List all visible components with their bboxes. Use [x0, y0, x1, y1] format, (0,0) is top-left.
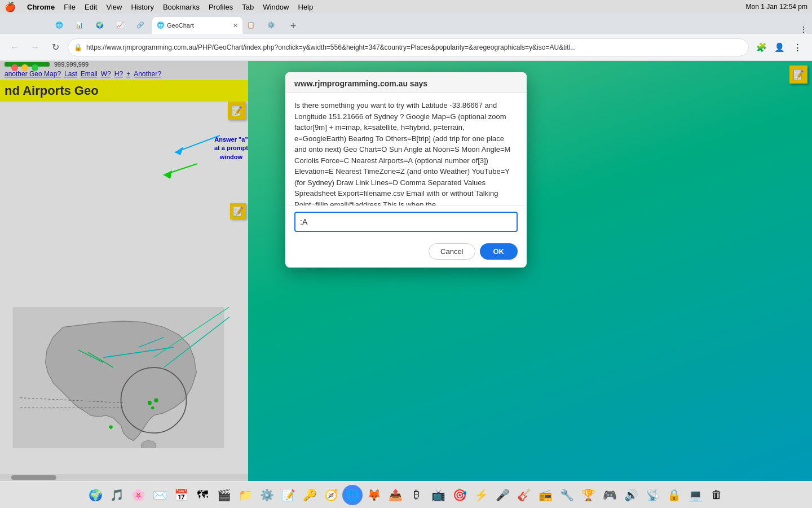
dock-trash[interactable]: 🗑: [707, 485, 727, 505]
tab-4[interactable]: 📈: [112, 17, 132, 34]
address-bar: ← → ↻ 🔒 https://www.rjmprogramming.com.a…: [0, 34, 812, 61]
tab-8[interactable]: ⚙️: [263, 17, 283, 34]
tabs-area: 🌐 📊 🌍 📈 🔗 🌐 GeoChart ✕ 📋 ⚙️ +: [0, 14, 795, 34]
address-bar-input[interactable]: 🔒 https://www.rjmprogramming.com.au/PHP/…: [68, 38, 749, 56]
extensions-icon[interactable]: 🧩: [753, 40, 769, 55]
tab-menu-button[interactable]: ⋮: [800, 25, 807, 34]
prompt-dialog: www.rjmprogramming.com.au says Is there …: [285, 72, 527, 268]
menu-bookmarks[interactable]: Bookmarks: [163, 3, 200, 11]
dock-btc[interactable]: ₿: [407, 485, 427, 505]
dock-chrome[interactable]: 🌐: [342, 485, 363, 505]
dock-filezilla[interactable]: 📤: [385, 485, 405, 505]
dialog-footer: Cancel OK: [285, 238, 527, 268]
dialog-header: www.rjmprogramming.com.au says: [285, 72, 527, 93]
tab-1-favicon: 🌐: [55, 21, 63, 29]
dock-app9[interactable]: 🔊: [621, 485, 641, 505]
dock-prefs[interactable]: ⚙️: [257, 485, 277, 505]
dock-app4[interactable]: 🎸: [514, 485, 534, 505]
menu-history[interactable]: History: [131, 3, 153, 11]
dock-app11[interactable]: 🔒: [664, 485, 684, 505]
dock-notes[interactable]: 📝: [278, 485, 298, 505]
menu-file[interactable]: File: [64, 3, 76, 11]
tab-active[interactable]: 🌐 GeoChart ✕: [152, 17, 242, 34]
dock-mail[interactable]: ✉️: [149, 485, 170, 505]
tab-3[interactable]: 🌍: [91, 17, 112, 34]
dock-calendar[interactable]: 📅: [171, 485, 191, 505]
tab-7[interactable]: 📋: [242, 17, 263, 34]
svg-marker-3: [164, 170, 172, 179]
dialog-overlay: www.rjmprogramming.com.au says Is there …: [0, 61, 812, 481]
dialog-input-area[interactable]: [285, 206, 527, 238]
menu-view[interactable]: View: [106, 3, 122, 11]
apple-menu[interactable]: 🍎: [5, 2, 16, 12]
menu-time: Mon 1 Jan 12:54 pm: [746, 3, 807, 11]
back-button[interactable]: ←: [7, 40, 23, 55]
menu-bar-right: Mon 1 Jan 12:54 pm: [746, 3, 807, 11]
menu-edit[interactable]: Edit: [85, 3, 97, 11]
browser-content: 999,999,999 another Geo Map? Last Email …: [0, 61, 812, 481]
tab-3-favicon: 🌍: [96, 21, 104, 29]
tab-bar: 🌐 📊 🌍 📈 🔗 🌐 GeoChart ✕ 📋 ⚙️ + ⋮: [0, 14, 812, 34]
dialog-body: Is there something you want to try with …: [285, 93, 527, 206]
dock-files[interactable]: 📁: [235, 485, 255, 505]
dock-music[interactable]: 🎵: [107, 485, 127, 505]
tab-2[interactable]: 📊: [71, 17, 91, 34]
toolbar-icons: 🧩 👤 ⋮: [753, 40, 805, 55]
tab-8-favicon: ⚙️: [267, 21, 275, 29]
tab-4-favicon: 📈: [116, 21, 124, 29]
dock-app2[interactable]: ⚡: [471, 485, 491, 505]
dialog-message: Is there something you want to try with …: [294, 101, 510, 206]
tab-2-favicon: 📊: [76, 21, 83, 29]
address-text: https://www.rjmprogramming.com.au/PHP/Ge…: [86, 43, 576, 51]
window-controls: [5, 61, 45, 75]
cancel-button[interactable]: Cancel: [429, 243, 475, 260]
menu-window[interactable]: Window: [263, 3, 289, 11]
dock-app3[interactable]: 🎤: [492, 485, 513, 505]
arrow-left-indicator: [141, 119, 226, 189]
maximize-button[interactable]: [32, 64, 38, 71]
tab-1[interactable]: 🌐: [51, 17, 71, 34]
active-tab-label: GeoChart: [167, 22, 231, 29]
active-tab-favicon: 🌐: [157, 21, 165, 29]
tab-5[interactable]: 🔗: [132, 17, 152, 34]
dock-photos[interactable]: 🌸: [128, 485, 148, 505]
menu-chrome[interactable]: Chrome: [27, 3, 55, 11]
dock-app7[interactable]: 🏆: [578, 485, 598, 505]
dock-app8[interactable]: 🎮: [599, 485, 620, 505]
close-button[interactable]: [11, 64, 18, 71]
dock-finder[interactable]: 🌍: [85, 485, 105, 505]
forward-button[interactable]: →: [27, 40, 43, 55]
tab-7-favicon: 📋: [247, 21, 255, 29]
dialog-input[interactable]: [294, 212, 518, 232]
dock: 🌍 🎵 🌸 ✉️ 📅 🗺 🎬 📁 ⚙️ 📝 🔑 🧭 🌐 🦊 📤 ₿ 📺 🎯 ⚡ …: [0, 481, 812, 508]
tab-5-favicon: 🔗: [136, 21, 144, 29]
reload-button[interactable]: ↻: [47, 40, 63, 55]
dock-app1[interactable]: 🎯: [449, 485, 470, 505]
more-icon[interactable]: ⋮: [789, 40, 805, 55]
menu-help[interactable]: Help: [298, 3, 314, 11]
dock-app10[interactable]: 📡: [642, 485, 663, 505]
dock-firefox[interactable]: 🦊: [364, 485, 384, 505]
new-tab-button[interactable]: +: [285, 18, 301, 34]
menu-profiles[interactable]: Profiles: [209, 3, 233, 11]
lock-icon: 🔒: [74, 43, 82, 51]
dialog-site: www.rjmprogramming.com.au says: [294, 79, 427, 88]
profile-icon[interactable]: 👤: [771, 40, 787, 55]
dock-app5[interactable]: 📻: [535, 485, 555, 505]
dock-keychain[interactable]: 🔑: [299, 485, 320, 505]
dock-safari[interactable]: 🧭: [321, 485, 341, 505]
svg-marker-1: [175, 147, 183, 155]
tabbar-controls: ⋮: [795, 25, 812, 34]
ok-button[interactable]: OK: [480, 243, 518, 260]
menu-bar: 🍎 Chrome File Edit View History Bookmark…: [0, 0, 812, 14]
dock-app12[interactable]: 💻: [685, 485, 705, 505]
dock-app6[interactable]: 🔧: [557, 485, 577, 505]
menu-tab[interactable]: Tab: [242, 3, 254, 11]
active-tab-close[interactable]: ✕: [233, 22, 238, 29]
dock-maps[interactable]: 🗺: [192, 485, 213, 505]
dock-movies[interactable]: 🎬: [214, 485, 234, 505]
dock-tv[interactable]: 📺: [428, 485, 448, 505]
minimize-button[interactable]: [21, 64, 28, 71]
